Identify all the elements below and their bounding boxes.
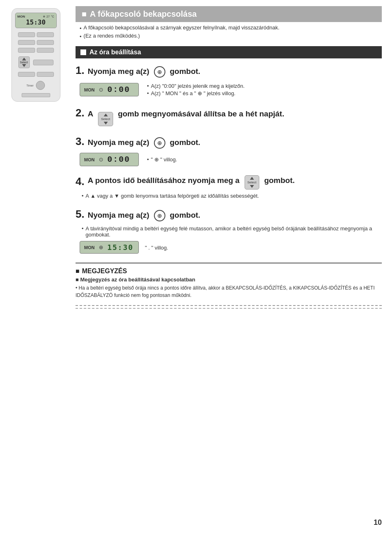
intro-bullet-2: • (Ez a rendes működés.) [80, 33, 382, 40]
notes-main-text: Ha a beltéri egység belső órája nincs a … [76, 285, 375, 298]
remote-btn-1 [18, 32, 35, 37]
select-arrow-down [104, 122, 108, 125]
bullet-dot-s4-1: • [82, 193, 84, 199]
step-3-bullet-text-1: " ⊕ " villog. [151, 156, 177, 163]
step-2-number: 2. [76, 107, 85, 119]
right-panel: ■ A főkapcsoló bekapcsolása • A főkapcso… [71, 0, 392, 533]
bullet-dot-s5-1: • [82, 225, 84, 232]
remote-battery [22, 93, 50, 97]
bullet-dot-2: • [80, 33, 82, 40]
step-4-header: 4. A pontos idő beállításához nyomja meg… [76, 175, 382, 190]
step-4-content: • A ▲ vagy a ▼ gomb lenyomva tartása fel… [80, 193, 382, 199]
step-5-display-row: MON ⊕ 15:30 " . " villog. [80, 241, 382, 254]
step-5-timer-icon: ⊕ [154, 210, 165, 221]
step-5-display-box: MON ⊕ 15:30 [80, 241, 139, 254]
remote-btn-4 [37, 40, 54, 45]
step-1-header: 1. Nyomja meg a(z) ⊕ gombot. [76, 64, 382, 78]
dashed-line [76, 308, 382, 309]
bullet-dot-s3-1: • [147, 156, 149, 163]
select-arrow-up [104, 114, 108, 116]
step-5-display-label: MON [84, 245, 95, 250]
notes-section: ■ MEGJEGYZÉS ■ Megjegyzés az óra beállít… [76, 263, 382, 306]
step-4-bullet-text-1: A ▲ vagy a ▼ gomb lenyomva tartása felpö… [86, 193, 259, 199]
az-ora-header: Az óra beállítása [76, 46, 382, 58]
remote-select-button: Select [18, 56, 30, 68]
step-3-text-after: gombot. [170, 137, 200, 148]
step-5: 5. Nyomja meg a(z) ⊕ gombot. • A távirán… [76, 208, 382, 254]
intro-bullet-1: • A főkapcsoló bekapcsolásával a szárnya… [80, 25, 382, 31]
step-5-bullet-text-1: A távirányítóval mindig a beltéri egység… [86, 225, 382, 238]
step-1-bullet-text-1: A(z) "0:00" jelzés jelenik meg a kijelző… [151, 83, 245, 89]
step-1-number: 1. [76, 64, 85, 77]
step-3-display-time: 0:00 [107, 155, 130, 164]
step-1-clock-icon: ⊙ [99, 87, 103, 93]
intro-bullet-text-1: A főkapcsoló bekapcsolásával a szárnyak … [84, 25, 280, 31]
remote-temp: 27 [47, 15, 50, 18]
step-5-content: • A távirányítóval mindig a beltéri egys… [80, 225, 382, 254]
step-1-display-box: MON ⊙ 0:00 [80, 83, 139, 96]
remote-btn-3 [18, 40, 35, 45]
notes-title: ■ MEGJEGYZÉS [76, 268, 382, 275]
step-1-display-row: MON ⊙ 0:00 • A(z) "0:00" jelzés jelenik … [80, 82, 382, 98]
remote-btn-2 [37, 32, 54, 37]
main-title-text: A főkapcsoló bekapcsolása [90, 9, 197, 19]
step-1-text-before: Nyomja meg a(z) [88, 66, 149, 77]
step-1-bullet-2: • A(z) " MON " és a " ⊕ " jelzés villog. [147, 90, 245, 96]
step-5-display-time: 15:30 [107, 243, 134, 252]
page-number: 10 [374, 518, 382, 527]
step4-arrow-down [250, 185, 254, 188]
step-1-display-label: MON [84, 87, 95, 92]
bullet-dot-s1-1: • [147, 83, 149, 89]
step-5-clock-icon: ⊕ [99, 244, 103, 250]
remote-celsius: °C [51, 15, 54, 18]
remote-btn-6 [37, 48, 54, 53]
main-title-bar: ■ A főkapcsoló bekapcsolása [76, 6, 382, 22]
step-5-note-text: " . " villog. [145, 245, 168, 251]
remote-row-4 [18, 72, 54, 77]
remote-timer-area: Timer [27, 84, 34, 87]
step-3-header: 3. Nyomja meg a(z) ⊕ gombot. [76, 135, 382, 149]
main-title-square: ■ [82, 9, 87, 19]
remote-circle-button [36, 81, 45, 90]
step-1-bullet-text-2: A(z) " MON " és a " ⊕ " jelzés villog. [151, 90, 236, 96]
intro-bullets: • A főkapcsoló bekapcsolásával a szárnya… [78, 25, 382, 40]
step-2-text-b: gomb megnyomásával állítsa be a hét napj… [118, 109, 285, 119]
step-2-select-button: Select [98, 112, 113, 126]
remote-time-display: 15:30 [18, 18, 54, 26]
step-5-text-after: gombot. [170, 210, 200, 221]
step-3-display-label: MON [84, 157, 95, 162]
remote-btn-5 [18, 48, 35, 53]
step-4-select-button: Select [245, 175, 259, 190]
remote-screen: MON ❄ 27 °C 15:30 [15, 13, 57, 28]
bullet-dot-1: • [80, 25, 82, 31]
step-2-text-a: A [88, 109, 94, 119]
notes-subtitle-text: Megjegyzés az óra beállításával kapcsola… [80, 277, 195, 283]
step-5-number: 5. [76, 208, 85, 221]
step-3-number: 3. [76, 135, 85, 148]
step-4-text-after: gombot. [264, 175, 295, 186]
step-3-display-box: MON ⊙ 0:00 [80, 153, 139, 166]
step4-select-label: Select [247, 181, 256, 184]
step-3-clock-icon: ⊙ [99, 156, 103, 163]
notes-square-icon: ■ [76, 268, 80, 275]
remote-btn-9 [37, 72, 54, 77]
remote-btn-8 [18, 72, 35, 77]
step-3-text-before: Nyomja meg a(z) [88, 137, 149, 148]
notes-title-text: MEGJEGYZÉS [82, 268, 127, 275]
remote-mon-label: MON [18, 15, 25, 18]
step-5-bullet-1: • A távirányítóval mindig a beltéri egys… [82, 225, 382, 238]
left-panel: MON ❄ 27 °C 15:30 [0, 0, 71, 533]
remote-row-3 [18, 48, 54, 53]
remote-top-buttons [18, 32, 54, 37]
select-btn-label: Select [101, 117, 110, 121]
step-1-timer-icon: ⊕ [154, 66, 165, 78]
step-1: 1. Nyomja meg a(z) ⊕ gombot. MON ⊙ 0:00 … [76, 64, 382, 98]
step-2-header: 2. A Select gomb megnyomásával állítsa b… [76, 107, 382, 126]
remote-row-2 [18, 40, 54, 45]
notes-bullet-dot: • [76, 285, 79, 291]
step-4: 4. A pontos idő beállításához nyomja meg… [76, 175, 382, 199]
az-ora-square [80, 49, 86, 55]
timer-text: Timer [27, 84, 34, 87]
step4-arrow-up [250, 177, 254, 180]
step-4-bullet-1: • A ▲ vagy a ▼ gomb lenyomva tartása fel… [82, 193, 382, 199]
